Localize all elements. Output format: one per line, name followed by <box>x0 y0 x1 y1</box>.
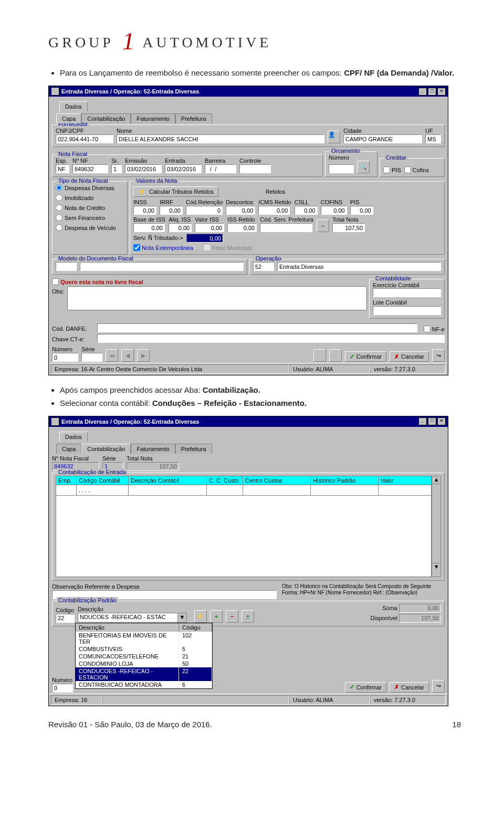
radio-sem-financeiro[interactable] <box>56 214 62 221</box>
radio-nota-credito[interactable] <box>56 204 62 211</box>
base-iss-input[interactable] <box>133 223 165 232</box>
tab-capa[interactable]: Capa <box>56 113 81 123</box>
uf-input[interactable] <box>425 134 441 143</box>
scrollbar[interactable]: ▲ ▼ <box>432 476 441 577</box>
sr-input[interactable] <box>111 164 122 173</box>
close-button[interactable]: × <box>437 88 446 96</box>
contab-grid[interactable]: Emp. Código Contábil Descrição Contábil … <box>56 476 432 577</box>
radio-despesa-veiculo[interactable] <box>56 224 62 231</box>
list-item[interactable]: CONTRIBUICAO MONTADORA6 <box>76 681 212 688</box>
cofins-ret-input[interactable] <box>321 206 347 215</box>
oper-cod-input[interactable] <box>253 262 274 271</box>
list-item[interactable]: COMUNICACOES/TELEFONE21 <box>76 653 212 660</box>
maximize-button[interactable]: □ <box>428 417 436 425</box>
tab-prefeitura[interactable]: Prefeitura <box>175 444 212 454</box>
orc-num-input[interactable] <box>329 164 354 173</box>
calcular-tributos-button[interactable]: Calcular Tributos Retidos <box>133 186 218 197</box>
tool-1-icon[interactable]: ⋯ <box>313 349 326 362</box>
cancelar-button[interactable]: ✗Cancelar <box>390 351 429 362</box>
exercicio-input[interactable] <box>373 288 441 297</box>
desc-input[interactable] <box>226 206 255 215</box>
radio-imobilizado[interactable] <box>56 194 62 201</box>
minus-icon[interactable]: − <box>226 610 238 623</box>
nome-input[interactable] <box>117 134 324 143</box>
numero-input[interactable] <box>52 353 78 362</box>
minimize-button[interactable]: _ <box>418 417 427 425</box>
exit-icon[interactable]: ↪ <box>432 349 445 362</box>
entrada-input[interactable] <box>165 164 202 173</box>
bolt-icon[interactable] <box>194 610 207 623</box>
valor-iss-input[interactable] <box>195 223 224 232</box>
tab-faturamento[interactable]: Faturamento <box>131 444 175 454</box>
confirmar-button[interactable]: ✓Confirmar <box>345 351 386 362</box>
cpadrao-codigo-input[interactable] <box>56 614 75 623</box>
radio-despesas[interactable] <box>56 184 62 191</box>
obs-textarea[interactable] <box>67 286 367 310</box>
numero-input2[interactable] <box>52 684 73 693</box>
codret-input[interactable] <box>186 206 223 215</box>
tab-capa[interactable]: Capa <box>56 444 81 454</box>
plusminus-icon[interactable]: ± <box>242 610 254 623</box>
nav-next-icon[interactable]: ▶ <box>137 349 150 362</box>
list-item-selected[interactable]: CONDUCOES -REFEICAO - ESTACION22 <box>76 667 212 681</box>
orc-lookup-icon[interactable]: 🔍 <box>357 161 370 173</box>
dropdown-toggle[interactable]: ▼ <box>177 613 187 623</box>
tab-dados[interactable]: Dados <box>59 432 88 442</box>
cofins-checkbox[interactable] <box>404 166 411 173</box>
tab-faturamento[interactable]: Faturamento <box>131 113 175 123</box>
arrow-right-icon[interactable] <box>317 219 329 232</box>
exit-icon[interactable]: ↪ <box>432 680 445 693</box>
oper-desc-input[interactable] <box>277 262 441 271</box>
person-icon[interactable]: 👤 <box>328 131 340 143</box>
irrf-input[interactable] <box>160 206 183 215</box>
aliq-iss-input[interactable] <box>169 223 192 232</box>
csll-input[interactable] <box>295 206 318 215</box>
danfe-input[interactable] <box>97 323 417 332</box>
maximize-button[interactable]: □ <box>428 88 436 96</box>
notaext-checkbox[interactable] <box>133 244 140 251</box>
tool-2-icon[interactable]: ⋯ <box>329 349 342 362</box>
cnpj-input[interactable] <box>56 134 113 143</box>
tab-dados[interactable]: Dados <box>59 101 88 111</box>
tab-prefeitura[interactable]: Prefeitura <box>175 113 212 123</box>
cancelar-button[interactable]: ✗Cancelar <box>390 682 429 693</box>
list-item[interactable]: COMBUSTIVEIS5 <box>76 645 212 653</box>
bullet-2a: Após campos preenchidos acessar Aba: Con… <box>60 385 466 395</box>
total-nota-input[interactable] <box>332 223 365 232</box>
barreira-input[interactable] <box>205 164 236 173</box>
emissao-input[interactable] <box>125 164 162 173</box>
cte-input[interactable] <box>97 334 445 343</box>
nav-prev-icon[interactable]: ◀ <box>121 349 134 362</box>
valores-legend: Valores da Nota <box>134 177 178 184</box>
modelo-desc-input[interactable] <box>80 262 244 271</box>
inss-input[interactable] <box>133 206 156 215</box>
lote-input[interactable] <box>373 306 441 315</box>
cidade-input[interactable] <box>343 134 422 143</box>
page-number: 18 <box>452 720 461 729</box>
modelo-cod-input[interactable] <box>56 262 77 271</box>
icms-input[interactable] <box>258 206 290 215</box>
cpadrao-desc-input[interactable] <box>78 613 177 622</box>
tab-contabilizacao[interactable]: Contabilização <box>81 444 131 454</box>
pis-checkbox[interactable] <box>383 166 390 173</box>
confirmar-button[interactable]: ✓Confirmar <box>345 682 386 693</box>
quero-livro-checkbox[interactable] <box>52 278 59 285</box>
controle-input[interactable] <box>239 164 271 173</box>
close-button[interactable]: × <box>437 417 446 425</box>
nfe-checkbox[interactable] <box>424 326 430 332</box>
minimize-button[interactable]: _ <box>418 88 427 96</box>
pis-ret-input[interactable] <box>350 206 373 215</box>
nrnf-input[interactable] <box>72 164 108 173</box>
plus-icon[interactable]: + <box>210 610 223 623</box>
list-item[interactable]: CONDOMINIO LOJA50 <box>76 660 212 667</box>
serie-input[interactable] <box>81 353 102 362</box>
status-usuario: Usuário: ALIMA <box>289 695 370 705</box>
table-row[interactable]: . . . . <box>56 485 432 495</box>
serv-nt-input[interactable] <box>186 234 223 243</box>
nav-first-icon[interactable]: ⏮ <box>106 349 118 362</box>
cpadrao-dropdown[interactable]: DescriçãoCódigo BENFEITORIAS EM IMOVEIS … <box>75 623 213 689</box>
iss-retido-input[interactable] <box>227 223 257 232</box>
list-item[interactable]: BENFEITORIAS EM IMOVEIS DE TER102 <box>76 632 212 645</box>
cod-serv-input[interactable] <box>260 223 312 232</box>
esp-input[interactable] <box>56 164 69 173</box>
